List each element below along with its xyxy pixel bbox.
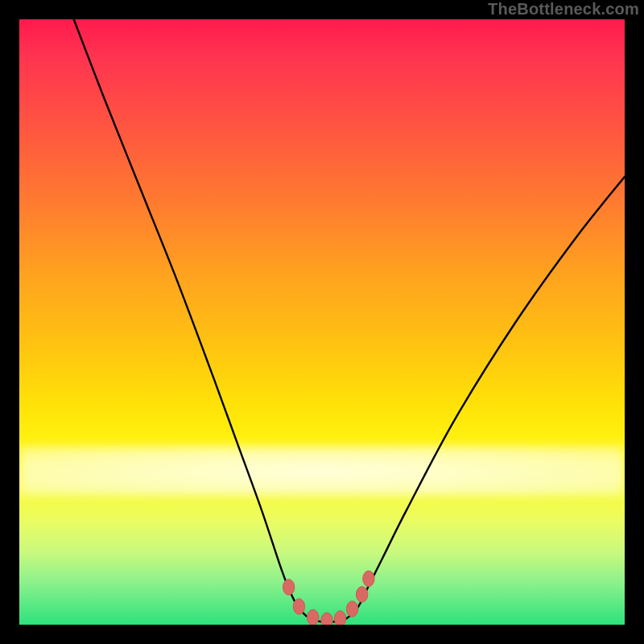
marker-point xyxy=(321,613,332,625)
marker-point xyxy=(363,571,374,587)
marker-point xyxy=(293,599,304,615)
chart-frame: TheBottleneck.com xyxy=(0,0,644,644)
chart-svg xyxy=(19,19,625,625)
marker-layer xyxy=(283,571,374,625)
plot-area xyxy=(19,19,625,625)
marker-point xyxy=(356,587,367,603)
marker-point xyxy=(283,580,294,596)
curve-layer xyxy=(74,19,625,622)
marker-point xyxy=(308,609,319,625)
bottleneck-curve xyxy=(74,19,625,622)
watermark-text: TheBottleneck.com xyxy=(488,0,639,19)
marker-point xyxy=(346,601,357,617)
marker-point xyxy=(334,611,345,625)
